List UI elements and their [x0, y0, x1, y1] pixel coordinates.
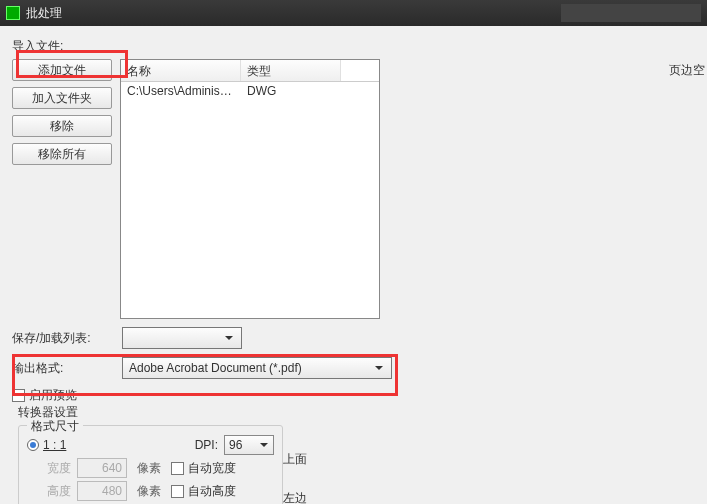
add-file-button[interactable]: 添加文件: [12, 59, 112, 81]
file-list[interactable]: 名称 类型 C:\Users\Administr... DWG: [120, 59, 380, 319]
enable-preview-label: 启用预览: [29, 387, 77, 404]
titlebar: 批处理: [0, 0, 707, 26]
remove-button[interactable]: 移除: [12, 115, 112, 137]
title-right-deco: [561, 4, 701, 22]
table-row[interactable]: C:\Users\Administr... DWG: [121, 82, 379, 100]
dpi-select[interactable]: 96: [224, 435, 274, 455]
cell-type: DWG: [241, 82, 341, 100]
format-size-title: 格式尺寸: [27, 418, 83, 435]
output-format-label: 输出格式:: [12, 360, 122, 377]
margins-group: 页边空 上面 左边 右侧 底部: [283, 425, 328, 504]
margin-left-label: 左边: [283, 490, 328, 504]
auto-width-checkbox[interactable]: 自动宽度: [171, 460, 236, 477]
dpi-label: DPI:: [195, 438, 218, 452]
output-format-select[interactable]: Adobe Acrobat Document (*.pdf): [122, 357, 392, 379]
ratio-11-radio[interactable]: 1 : 1: [27, 438, 66, 452]
app-icon: [6, 6, 20, 20]
list-select[interactable]: [122, 327, 242, 349]
enable-preview-checkbox[interactable]: 启用预览: [12, 387, 77, 404]
col-header-name[interactable]: 名称: [121, 60, 241, 81]
margin-top-label: 上面: [283, 451, 328, 468]
remove-all-button[interactable]: 移除所有: [12, 143, 112, 165]
width-label: 宽度: [47, 460, 71, 477]
import-label: 导入文件:: [12, 38, 392, 55]
list-save-label: 保存/加载列表:: [12, 330, 122, 347]
col-header-type[interactable]: 类型: [241, 60, 341, 81]
add-folder-button[interactable]: 加入文件夹: [12, 87, 112, 109]
cell-name: C:\Users\Administr...: [121, 82, 241, 100]
width-input[interactable]: 640: [77, 458, 127, 478]
window-title: 批处理: [26, 5, 62, 22]
checkbox-icon: [12, 389, 25, 402]
output-format-value: Adobe Acrobat Document (*.pdf): [129, 361, 302, 375]
auto-height-checkbox[interactable]: 自动高度: [171, 483, 236, 500]
height-input[interactable]: 480: [77, 481, 127, 501]
height-label: 高度: [47, 483, 71, 500]
format-size-group: 格式尺寸 1 : 1 DPI: 96 宽度 640 像素 自动宽度 高度: [18, 425, 283, 504]
